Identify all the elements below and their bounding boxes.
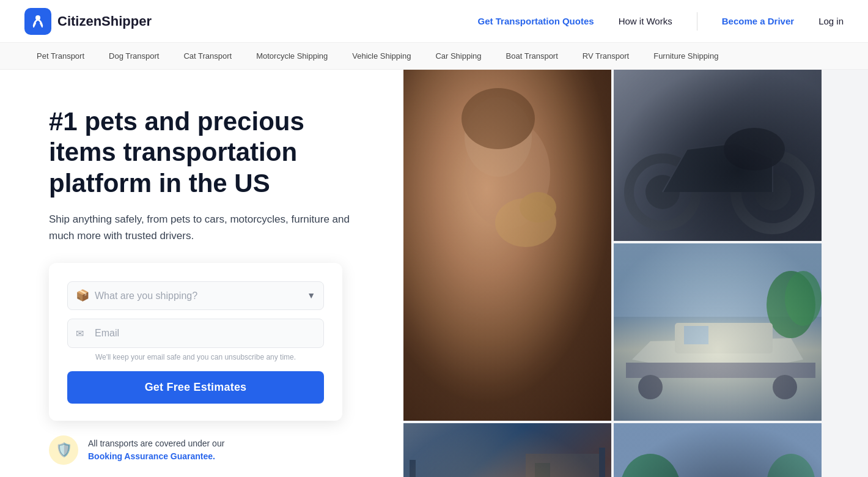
hero-subtitle: Ship anything safely, from pets to cars,… — [49, 211, 367, 244]
nav-divider — [697, 12, 697, 31]
svg-rect-21 — [626, 363, 815, 378]
svg-point-43 — [767, 454, 815, 477]
subnav-furniture-shipping[interactable]: Furniture Shipping — [641, 51, 730, 61]
get-quotes-link[interactable]: Get Transportation Quotes — [478, 16, 594, 26]
assurance-text: All transports are covered under our Boo… — [88, 437, 224, 463]
svg-point-4 — [462, 88, 535, 149]
subnav-car-shipping[interactable]: Car Shipping — [423, 51, 493, 61]
subnav-vehicle-shipping[interactable]: Vehicle Shipping — [340, 51, 423, 61]
svg-point-2 — [465, 119, 550, 229]
assurance-row: 🛡️ All transports are covered under our … — [49, 435, 367, 465]
logo-icon — [24, 8, 51, 35]
svg-rect-1 — [403, 70, 611, 421]
svg-point-22 — [638, 375, 663, 399]
header-nav: Get Transportation Quotes How it Works B… — [478, 12, 844, 31]
hero-title: #1 pets and precious items transportatio… — [49, 106, 367, 199]
svg-point-10 — [754, 174, 791, 210]
header: CitizenShipper Get Transportation Quotes… — [0, 0, 868, 43]
photo-family-dog — [403, 423, 611, 477]
box-icon: 📦 — [76, 289, 89, 302]
svg-point-6 — [520, 192, 556, 223]
svg-rect-16 — [614, 243, 822, 317]
assurance-link[interactable]: Booking Assurance Guarantee. — [88, 451, 215, 461]
svg-point-9 — [736, 155, 809, 229]
svg-point-23 — [773, 375, 797, 399]
logo-text: CitizenShipper — [57, 13, 152, 29]
get-estimates-button[interactable]: Get Free Estimates — [67, 371, 324, 404]
shipping-type-select[interactable]: What are you shipping? Pet Transport Dog… — [67, 281, 324, 310]
photo-car-truck — [614, 423, 822, 477]
email-icon: ✉ — [76, 327, 84, 339]
svg-rect-20 — [684, 326, 708, 344]
svg-rect-30 — [535, 463, 550, 477]
shield-icon: 🛡️ — [56, 442, 72, 458]
svg-rect-41 — [614, 423, 822, 477]
svg-rect-40 — [614, 423, 822, 477]
svg-point-18 — [785, 271, 822, 326]
become-driver-link[interactable]: Become a Driver — [722, 16, 794, 26]
photo-boat — [614, 243, 822, 421]
svg-rect-27 — [410, 460, 416, 477]
svg-rect-51 — [614, 423, 822, 477]
photo-motorcycle — [614, 70, 822, 241]
svg-point-5 — [495, 198, 556, 247]
right-panel — [403, 70, 868, 477]
left-panel: #1 pets and precious items transportatio… — [0, 70, 403, 477]
photo-grid — [403, 70, 868, 477]
svg-rect-7 — [403, 70, 611, 421]
subnav-rv-transport[interactable]: RV Transport — [570, 51, 641, 61]
svg-point-13 — [724, 128, 785, 171]
email-disclaimer: We'll keep your email safe and you can u… — [67, 353, 324, 361]
logo[interactable]: CitizenShipper — [24, 8, 152, 35]
form-card: 📦 What are you shipping? Pet Transport D… — [49, 263, 342, 421]
sub-nav: Pet Transport Dog Transport Cat Transpor… — [0, 43, 868, 70]
subnav-pet-transport[interactable]: Pet Transport — [24, 51, 97, 61]
photo-woman-dog — [403, 70, 611, 421]
svg-rect-24 — [614, 243, 822, 421]
email-wrapper: ✉ — [67, 319, 324, 348]
svg-rect-15 — [614, 243, 822, 421]
svg-rect-14 — [614, 70, 822, 241]
how-it-works-link[interactable]: How it Works — [619, 16, 672, 26]
main-content: #1 pets and precious items transportatio… — [0, 70, 868, 477]
subnav-cat-transport[interactable]: Cat Transport — [171, 51, 244, 61]
svg-point-12 — [645, 175, 680, 209]
svg-rect-39 — [403, 423, 611, 477]
shipping-select-wrapper: 📦 What are you shipping? Pet Transport D… — [67, 281, 324, 310]
subnav-motorcycle-shipping[interactable]: Motorcycle Shipping — [244, 51, 340, 61]
email-input[interactable] — [67, 319, 324, 348]
shield-icon-wrap: 🛡️ — [49, 435, 78, 465]
svg-rect-25 — [403, 423, 611, 477]
svg-rect-8 — [614, 70, 822, 241]
svg-point-42 — [620, 454, 681, 477]
svg-rect-29 — [526, 454, 599, 477]
subnav-boat-transport[interactable]: Boat Transport — [494, 51, 570, 61]
login-link[interactable]: Log in — [818, 16, 844, 26]
svg-point-11 — [629, 158, 696, 226]
svg-rect-28 — [599, 448, 605, 477]
svg-rect-19 — [675, 323, 773, 353]
svg-point-17 — [767, 271, 815, 338]
svg-point-3 — [465, 97, 532, 177]
subnav-dog-transport[interactable]: Dog Transport — [97, 51, 171, 61]
